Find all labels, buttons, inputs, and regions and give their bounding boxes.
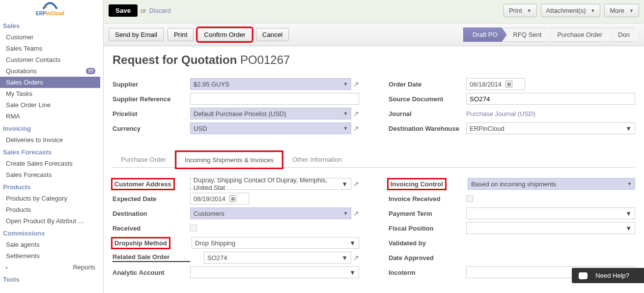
status-step[interactable]: Don: [609, 28, 639, 42]
chat-icon: [579, 272, 588, 279]
sidebar-section: Sales: [0, 19, 100, 31]
sidebar-section: Invoicing: [0, 122, 100, 134]
sidebar-item[interactable]: Create Sales Forecasts: [0, 158, 100, 169]
destination-label: Destination: [112, 210, 190, 217]
sidebar-item[interactable]: Sale agents: [0, 239, 100, 250]
sidebar-section: Tools: [0, 273, 100, 285]
send-email-button[interactable]: Send by Email: [109, 28, 164, 41]
customer-address-open-icon[interactable]: ↗: [353, 180, 359, 188]
received-label: Received: [112, 225, 190, 232]
brand-logo: ERPinCloud: [0, 0, 100, 19]
sidebar-item[interactable]: Sale Order Line: [0, 99, 100, 111]
pricelist-label: Pricelist: [112, 110, 190, 117]
top-print-menu[interactable]: Print: [504, 4, 537, 17]
sidebar-item[interactable]: Reports: [0, 262, 100, 273]
supplier-select[interactable]: $2.95 GUYS▼: [190, 78, 351, 90]
fiscal-position-label: Fiscal Position: [389, 225, 466, 232]
sidebar-item[interactable]: Quotations99: [0, 65, 100, 77]
sidebar-item[interactable]: Sales Teams: [0, 43, 100, 54]
incoterm-label: Incoterm: [389, 269, 466, 276]
page-title: Request for Quotation PO01267: [112, 53, 635, 67]
or-text: or: [140, 7, 146, 14]
sidebar-item[interactable]: RMA: [0, 111, 100, 122]
confirm-order-button[interactable]: Confirm Order: [197, 28, 252, 41]
related-so-open-icon[interactable]: ↗: [353, 254, 359, 262]
expected-date-input[interactable]: 08/19/2014▦: [190, 193, 249, 205]
date-approved-label: Date Approved: [389, 254, 466, 262]
sidebar-item[interactable]: Open Product By Attribut …: [0, 215, 100, 227]
sidebar-item[interactable]: My Tasks: [0, 88, 100, 99]
destination-select[interactable]: Customers▼: [190, 207, 351, 219]
currency-open-icon[interactable]: ↗: [353, 124, 359, 132]
tab-incoming-shipments[interactable]: Incoming Shipments & Invoices: [176, 152, 282, 168]
payment-term-label: Payment Term: [389, 210, 466, 217]
print-button[interactable]: Print: [168, 28, 194, 41]
currency-label: Currency: [112, 125, 190, 132]
customer-address-select[interactable]: Dupray, Shipping Contact Of Dupray, Memp…: [190, 178, 351, 190]
status-step[interactable]: Purchase Order: [548, 28, 612, 42]
supplier-label: Supplier: [112, 81, 190, 88]
invoicing-control-label: Invoicing Control: [389, 179, 445, 189]
sidebar-section: Sales Forecasts: [0, 146, 100, 158]
discard-link[interactable]: Discard: [149, 7, 171, 14]
sidebar-item[interactable]: Products: [0, 204, 100, 215]
fiscal-position-select[interactable]: ▼: [466, 222, 635, 234]
calendar-icon[interactable]: ▦: [229, 195, 236, 202]
currency-select[interactable]: USD▼: [190, 122, 351, 134]
dest-wh-select[interactable]: ERPinCloud▼: [466, 122, 635, 134]
supplier-ref-label: Supplier Reference: [112, 95, 190, 103]
sidebar-item[interactable]: Sales Forecasts: [0, 169, 100, 180]
calendar-icon[interactable]: ▦: [505, 81, 512, 88]
sidebar-item[interactable]: Products by Category: [0, 193, 100, 204]
destination-open-icon[interactable]: ↗: [353, 209, 359, 217]
status-step[interactable]: Draft PO: [463, 28, 507, 42]
cancel-button[interactable]: Cancel: [256, 28, 289, 41]
related-so-label: Related Sale Order: [112, 253, 190, 262]
supplier-open-icon[interactable]: ↗: [353, 80, 359, 88]
save-button[interactable]: Save: [109, 4, 138, 17]
journal-label: Journal: [389, 110, 466, 117]
payment-term-select[interactable]: ▼: [466, 207, 635, 219]
source-doc-input[interactable]: [466, 93, 635, 105]
sidebar-item[interactable]: Customer: [0, 31, 100, 43]
received-checkbox[interactable]: [190, 225, 197, 232]
more-menu[interactable]: More: [604, 4, 639, 17]
sidebar-item[interactable]: Customer Contacts: [0, 54, 100, 65]
pricelist-select[interactable]: Default Purchase Pricelist (USD)▼: [190, 108, 351, 119]
sidebar-item[interactable]: Sales Orders: [0, 77, 100, 88]
invoicing-control-select[interactable]: Based on incoming shipments▼: [468, 178, 635, 190]
supplier-ref-input[interactable]: [190, 93, 359, 105]
tab-other-info[interactable]: Other Information: [284, 151, 350, 167]
analytic-select[interactable]: ▼: [190, 266, 359, 278]
sidebar-section: Commissions: [0, 227, 100, 239]
sidebar-item[interactable]: Deliveries to Invoice: [0, 134, 100, 146]
sidebar-item[interactable]: Settlements: [0, 250, 100, 262]
need-help-widget[interactable]: Need Help?: [572, 268, 644, 283]
journal-link[interactable]: Purchase Journal (USD): [466, 110, 535, 117]
invoice-received-checkbox[interactable]: [466, 195, 473, 202]
order-date-label: Order Date: [389, 81, 466, 88]
attachments-menu[interactable]: Attachment(s): [541, 4, 601, 17]
sidebar-section: Products: [0, 180, 100, 193]
status-step[interactable]: RFQ Sent: [504, 28, 551, 42]
pricelist-open-icon[interactable]: ↗: [353, 110, 359, 117]
dropship-method-label: Dropship Method: [112, 238, 169, 248]
expected-date-label: Expected Date: [112, 195, 190, 203]
svg-point-0: [45, 6, 47, 8]
tab-purchase-order[interactable]: Purchase Order: [112, 151, 174, 167]
related-so-select[interactable]: SO274▼: [204, 252, 351, 264]
validated-by-label: Validated by: [389, 239, 466, 247]
dest-wh-label: Destination Warehouse: [389, 125, 466, 132]
order-date-input[interactable]: 08/18/2014▦: [466, 78, 525, 90]
dropship-method-select[interactable]: Drop Shipping▼: [192, 237, 359, 249]
analytic-label: Analytic Account: [112, 269, 190, 276]
customer-address-label: Customer Address: [112, 179, 173, 189]
invoice-received-label: Invoice Received: [389, 195, 466, 203]
source-doc-label: Source Document: [389, 95, 466, 103]
